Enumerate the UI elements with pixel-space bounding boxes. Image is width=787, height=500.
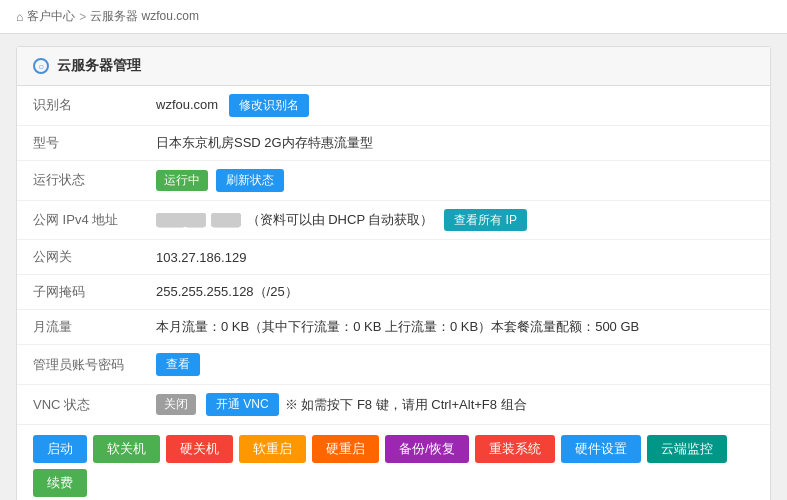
row-password: 管理员账号密码 查看 (17, 345, 770, 385)
breadcrumb-separator: > (79, 10, 86, 24)
value-traffic: 本月流量：0 KB（其中下行流量：0 KB 上行流量：0 KB）本套餐流量配额：… (140, 310, 770, 345)
backup-restore-button[interactable]: 备份/恢复 (385, 435, 469, 463)
value-gateway: 103.27.186.129 (140, 240, 770, 275)
breadcrumb-current: 云服务器 wzfou.com (90, 8, 199, 25)
home-icon: ⌂ (16, 10, 23, 24)
label-ipv4: 公网 IPv4 地址 (17, 200, 140, 240)
ip-masked-2: ███ (211, 213, 241, 227)
label-name: 识别名 (17, 86, 140, 125)
row-vnc: VNC 状态 关闭 开通 VNC ※ 如需按下 F8 键，请用 Ctrl+Alt… (17, 385, 770, 424)
edit-name-button[interactable]: 修改识别名 (229, 94, 309, 117)
row-traffic: 月流量 本月流量：0 KB（其中下行流量：0 KB 上行流量：0 KB）本套餐流… (17, 310, 770, 345)
row-subnet: 子网掩码 255.255.255.128（/25） (17, 275, 770, 310)
row-ipv4: 公网 IPv4 地址 ███.██ ███ （资料可以由 DHCP 自动获取） … (17, 200, 770, 240)
value-status: 运行中 刷新状态 (140, 160, 770, 200)
vnc-enable-button[interactable]: 开通 VNC (206, 393, 279, 416)
row-status: 运行状态 运行中 刷新状态 (17, 160, 770, 200)
label-traffic: 月流量 (17, 310, 140, 345)
reinstall-button[interactable]: 重装系统 (475, 435, 555, 463)
main-content: ○ 云服务器管理 识别名 wzfou.com 修改识别名 型号 日本东京 (0, 34, 787, 500)
panel-header-icon: ○ (33, 58, 49, 74)
hardware-settings-button[interactable]: 硬件设置 (561, 435, 641, 463)
label-status: 运行状态 (17, 160, 140, 200)
vnc-off-badge: 关闭 (156, 394, 196, 415)
vnc-controls: 关闭 开通 VNC ※ 如需按下 F8 键，请用 Ctrl+Alt+F8 组合 (156, 393, 754, 416)
panel-title: 云服务器管理 (57, 57, 141, 75)
value-model: 日本东京机房SSD 2G内存特惠流量型 (140, 125, 770, 160)
running-badge: 运行中 (156, 170, 208, 191)
value-name: wzfou.com 修改识别名 (140, 86, 770, 125)
row-gateway: 公网关 103.27.186.129 (17, 240, 770, 275)
value-ipv4: ███.██ ███ （资料可以由 DHCP 自动获取） 查看所有 IP (140, 200, 770, 240)
value-password: 查看 (140, 345, 770, 385)
row-name: 识别名 wzfou.com 修改识别名 (17, 86, 770, 125)
action-buttons-row: 启动 软关机 硬关机 软重启 硬重启 备份/恢复 重装系统 硬件设置 云端监控 … (17, 424, 770, 500)
label-subnet: 子网掩码 (17, 275, 140, 310)
breadcrumb: ⌂ 客户中心 > 云服务器 wzfou.com (0, 0, 787, 34)
soft-reboot-button[interactable]: 软重启 (239, 435, 306, 463)
server-name: wzfou.com (156, 97, 218, 112)
label-gateway: 公网关 (17, 240, 140, 275)
value-subnet: 255.255.255.128（/25） (140, 275, 770, 310)
server-management-panel: ○ 云服务器管理 识别名 wzfou.com 修改识别名 型号 日本东京 (16, 46, 771, 500)
view-password-button[interactable]: 查看 (156, 353, 200, 376)
soft-shutdown-button[interactable]: 软关机 (93, 435, 160, 463)
ip-masked-1: ███.██ (156, 213, 206, 227)
start-button[interactable]: 启动 (33, 435, 87, 463)
panel-header: ○ 云服务器管理 (17, 47, 770, 86)
breadcrumb-home[interactable]: 客户中心 (27, 8, 75, 25)
refresh-status-button[interactable]: 刷新状态 (216, 169, 284, 192)
value-vnc: 关闭 开通 VNC ※ 如需按下 F8 键，请用 Ctrl+Alt+F8 组合 (140, 385, 770, 424)
label-model: 型号 (17, 125, 140, 160)
vnc-note: ※ 如需按下 F8 键，请用 Ctrl+Alt+F8 组合 (285, 396, 527, 414)
view-all-ip-button[interactable]: 查看所有 IP (444, 209, 527, 232)
ip-dhcp-note: （资料可以由 DHCP 自动获取） (247, 212, 434, 227)
renew-button[interactable]: 续费 (33, 469, 87, 497)
hard-reboot-button[interactable]: 硬重启 (312, 435, 379, 463)
hard-shutdown-button[interactable]: 硬关机 (166, 435, 233, 463)
info-table: 识别名 wzfou.com 修改识别名 型号 日本东京机房SSD 2G内存特惠流… (17, 86, 770, 424)
cloud-monitor-button[interactable]: 云端监控 (647, 435, 727, 463)
row-model: 型号 日本东京机房SSD 2G内存特惠流量型 (17, 125, 770, 160)
label-password: 管理员账号密码 (17, 345, 140, 385)
label-vnc: VNC 状态 (17, 385, 140, 424)
